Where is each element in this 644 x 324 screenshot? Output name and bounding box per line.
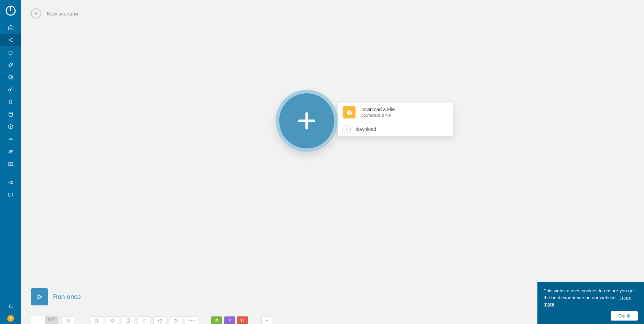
note-icon [125,318,131,323]
cookie-banner: This website uses cookies to ensure you … [537,282,644,324]
sidebar-item-cube[interactable] [0,121,21,133]
tool-save[interactable] [90,316,103,324]
sidebar-item-mobile[interactable] [0,96,21,108]
run-once-label: Run once [53,293,81,301]
cube-icon [8,124,14,130]
brackets-icon [240,318,245,323]
svg-point-8 [10,103,11,104]
tool-explain[interactable] [153,316,166,324]
dropdown-result-text: Download a File Downloads a file. [360,107,395,118]
tool-help[interactable] [169,316,182,324]
book-icon [8,161,14,167]
tool-wand[interactable] [138,316,151,324]
svg-point-12 [11,150,12,151]
favorite-app-1[interactable] [211,316,222,324]
home-icon [8,24,14,31]
sidebar-item-node[interactable] [0,133,21,145]
megaphone-icon [8,179,14,186]
dropdown-result-title: Download a File [360,107,395,112]
dropdown-search-row [338,122,453,136]
svg-point-9 [9,112,13,114]
favorites-group [211,316,248,324]
share-icon [8,37,14,43]
bell-icon [8,304,14,310]
plus-icon [296,110,318,132]
puzzle-icon [8,49,14,55]
scheduling-toggle[interactable]: OFF [31,316,58,324]
more-icon: ⋯ [189,318,195,323]
sidebar-item-home[interactable] [0,21,21,34]
sidebar-item-puzzle[interactable] [0,46,21,59]
sidebar-item-bell[interactable] [0,301,21,313]
plane-icon [157,318,163,323]
wand-icon [141,318,147,323]
save-icon [94,318,99,323]
favorite-app-2[interactable] [224,316,235,324]
tools-icon [227,318,232,323]
sidebar: ? [0,0,21,324]
sidebar-bottom: ? [0,301,21,324]
run-area: Run once [31,288,81,305]
database-icon [8,111,14,117]
page-title: New scenario [47,11,78,17]
add-favorite-button[interactable] [261,316,272,324]
svg-point-3 [11,38,12,39]
header: New scenario [31,8,78,19]
sidebar-item-link[interactable] [0,59,21,71]
dropdown-result-download-file[interactable]: Download a File Downloads a file. [338,103,453,122]
cookie-accept-button[interactable]: Got it! [611,311,638,321]
add-module-button[interactable] [276,90,338,152]
main-canvas[interactable]: New scenario Download a File Downloads a… [21,0,644,324]
svg-point-16 [216,320,218,321]
sidebar-item-globe[interactable] [0,71,21,83]
svg-rect-1 [10,7,11,11]
svg-point-4 [11,41,12,42]
play-icon [36,293,43,301]
sidebar-item-database[interactable] [0,108,21,121]
dropdown-back-button[interactable] [342,125,351,133]
back-button[interactable] [31,8,41,19]
run-once-button[interactable] [31,288,48,305]
module-search-dropdown: Download a File Downloads a file. [338,103,453,136]
sidebar-item-users[interactable] [0,145,21,158]
sidebar-item-share[interactable] [0,34,21,46]
sidebar-item-chat[interactable] [0,189,21,201]
tool-note[interactable] [122,316,135,324]
chat-icon [8,192,14,198]
mobile-icon [8,99,14,105]
svg-point-11 [9,150,11,152]
node-icon [8,136,14,142]
help-button[interactable]: ? [7,315,14,322]
users-icon [8,148,14,155]
gear-icon [214,318,219,323]
add-module-inner [279,93,334,148]
logo[interactable] [0,0,21,21]
clock-icon [65,318,70,323]
svg-point-10 [10,138,12,140]
sidebar-items [0,21,21,201]
toggle-off-label: OFF [45,316,58,324]
key-icon [8,86,14,93]
help-icon [173,318,178,323]
tool-settings[interactable] [106,316,119,324]
arrow-left-icon [34,11,39,16]
link-icon [8,62,14,68]
module-search-input[interactable] [356,126,448,132]
favorite-app-3[interactable] [237,316,248,324]
gear-icon [110,318,115,323]
arrow-left-icon [345,127,349,131]
globe-icon [8,74,14,80]
dropdown-result-subtitle: Downloads a file. [360,113,395,118]
tool-clock[interactable] [61,316,74,324]
plus-icon [265,318,269,323]
svg-point-6 [9,89,11,91]
sidebar-item-book[interactable] [0,158,21,170]
svg-point-14 [112,320,113,321]
bottom-toolbar: OFF ⋯ [31,316,272,324]
tool-more[interactable]: ⋯ [185,316,198,324]
svg-point-2 [9,39,10,40]
sidebar-item-megaphone[interactable] [0,176,21,189]
google-drive-icon [343,106,356,118]
sidebar-item-key[interactable] [0,83,21,96]
